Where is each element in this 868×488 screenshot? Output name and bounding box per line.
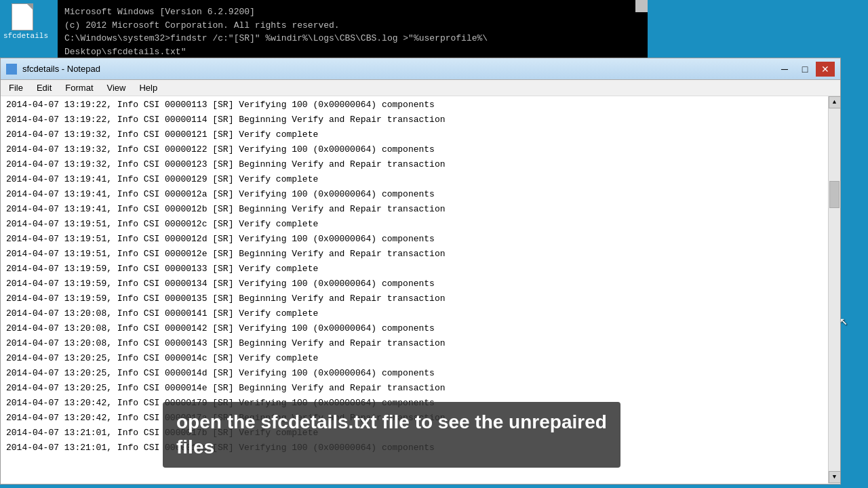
- log-line: 2014-04-07 13:19:22, Info CSI 00000113 […: [1, 98, 840, 113]
- log-line: 2014-04-07 13:19:32, Info CSI 00000121 […: [1, 127, 840, 142]
- log-line: 2014-04-07 13:20:25, Info CSI 0000014e […: [1, 381, 840, 396]
- minimize-button[interactable]: ─: [775, 62, 794, 77]
- notepad-app-icon: [6, 64, 17, 75]
- file-icon-image: [12, 3, 33, 30]
- log-line: 2014-04-07 13:19:51, Info CSI 0000012e […: [1, 247, 840, 262]
- file-icon-label: sfcdetails: [3, 32, 48, 40]
- file-icon[interactable]: sfcdetails: [3, 3, 41, 40]
- cmd-scrollbar-btn[interactable]: [635, 0, 648, 12]
- log-line: 2014-04-07 13:20:08, Info CSI 00000143 […: [1, 336, 840, 351]
- menu-view[interactable]: View: [102, 81, 132, 94]
- log-line: 2014-04-07 13:20:08, Info CSI 00000141 […: [1, 306, 840, 321]
- menu-help[interactable]: Help: [134, 81, 163, 94]
- log-line: 2014-04-07 13:19:41, Info CSI 00000129 […: [1, 172, 840, 187]
- log-line: 2014-04-07 13:19:51, Info CSI 0000012d […: [1, 232, 840, 247]
- cmd-line-1: Microsoft Windows [Version 6.2.9200]: [64, 5, 641, 19]
- log-line: 2014-04-07 13:19:32, Info CSI 00000123 […: [1, 157, 840, 172]
- menu-format[interactable]: Format: [60, 81, 98, 94]
- log-line: 2014-04-07 13:19:59, Info CSI 00000135 […: [1, 291, 840, 306]
- window-controls: ─ □ ✕: [775, 62, 835, 77]
- cmd-line-4: C:\Windows\system32>findstr /c:"[SR]" %w…: [64, 32, 641, 45]
- caption-overlay: open the sfcdetails.txt file to see the …: [163, 402, 620, 468]
- notepad-menubar: File Edit Format View Help: [1, 80, 840, 96]
- log-line: 2014-04-07 13:20:08, Info CSI 00000142 […: [1, 321, 840, 336]
- caption-line2: files: [176, 436, 214, 458]
- log-line: 2014-04-07 13:20:25, Info CSI 0000014d […: [1, 366, 840, 381]
- cmd-line-2: (c) 2012 Microsoft Corporation. All righ…: [64, 19, 641, 33]
- scroll-track[interactable]: [829, 108, 840, 471]
- log-line: 2014-04-07 13:19:41, Info CSI 0000012a […: [1, 187, 840, 202]
- close-button[interactable]: ✕: [816, 62, 835, 77]
- maximize-button[interactable]: □: [795, 62, 814, 77]
- log-line: 2014-04-07 13:19:32, Info CSI 00000122 […: [1, 142, 840, 157]
- cmd-line-5: Desktop\sfcdetails.txt": [64, 45, 641, 59]
- vertical-scrollbar[interactable]: ▲ ▼: [828, 96, 840, 483]
- scroll-down-arrow[interactable]: ▼: [829, 471, 841, 483]
- log-line: 2014-04-07 13:19:59, Info CSI 00000134 […: [1, 277, 840, 291]
- menu-file[interactable]: File: [3, 81, 28, 94]
- caption-line1: open the sfcdetails.txt file to see the …: [176, 411, 607, 432]
- log-line: 2014-04-07 13:19:22, Info CSI 00000114 […: [1, 113, 840, 127]
- cmd-window: Microsoft Windows [Version 6.2.9200] (c)…: [58, 0, 648, 61]
- menu-edit[interactable]: Edit: [31, 81, 57, 94]
- notepad-titlebar: sfcdetails - Notepad ─ □ ✕: [1, 58, 840, 80]
- scroll-thumb[interactable]: [829, 181, 840, 208]
- log-line: 2014-04-07 13:19:41, Info CSI 0000012b […: [1, 202, 840, 217]
- log-line: 2014-04-07 13:20:25, Info CSI 0000014c […: [1, 351, 840, 366]
- log-line: 2014-04-07 13:19:51, Info CSI 0000012c […: [1, 217, 840, 232]
- notepad-title-left: sfcdetails - Notepad: [6, 64, 100, 75]
- log-line: 2014-04-07 13:19:59, Info CSI 00000133 […: [1, 262, 840, 277]
- scroll-up-arrow[interactable]: ▲: [829, 96, 841, 108]
- notepad-title-text: sfcdetails - Notepad: [22, 64, 100, 74]
